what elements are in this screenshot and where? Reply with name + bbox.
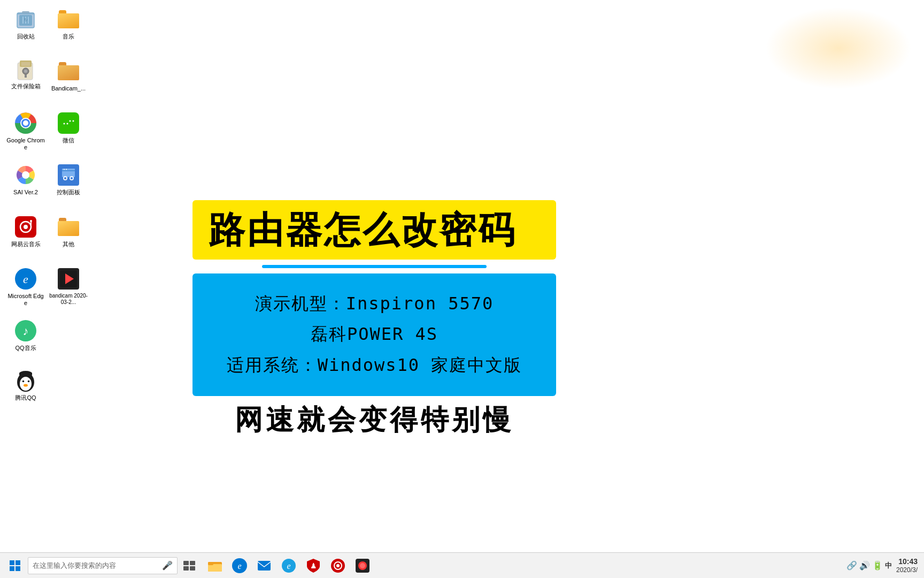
system-tray: 🔗 🔊 🔋 中 10:43 2020/3/	[846, 557, 922, 575]
edge-taskbar[interactable]: e	[228, 555, 251, 576]
netease-taskbar-icon	[330, 558, 345, 573]
svg-rect-55	[183, 561, 189, 565]
svg-rect-29	[62, 170, 75, 171]
svg-point-50	[22, 381, 25, 383]
search-label: 在这里输入你要搜索的内容	[33, 561, 159, 571]
mail-icon	[257, 560, 271, 572]
bandicam2-label: bandicam 2020-03-2...	[49, 293, 88, 306]
netease-taskbar[interactable]	[326, 555, 350, 576]
sai-icon	[14, 163, 37, 187]
svg-text:↻: ↻	[24, 18, 28, 22]
svg-rect-13	[25, 74, 27, 78]
desktop-icon-chrome[interactable]: Google Chrome	[4, 108, 47, 154]
ie-taskbar[interactable]: e	[277, 555, 301, 576]
svg-rect-58	[190, 566, 195, 571]
info-line1: 演示机型：Inspiron 5570	[209, 288, 540, 320]
desktop-icon-wechat[interactable]: 微信	[47, 108, 90, 147]
info-box: 演示机型：Inspiron 5570 磊科POWER 4S 适用系统：Windo…	[192, 273, 556, 396]
svg-point-69	[336, 564, 340, 567]
microphone-icon: 🎤	[162, 560, 173, 571]
file-explorer-icon	[208, 560, 222, 572]
desktop-icon-qq[interactable]: 腾讯QQ	[4, 368, 47, 405]
start-button[interactable]	[2, 553, 28, 579]
svg-rect-57	[183, 566, 189, 571]
date-display: 2020/3/	[896, 566, 918, 575]
control-panel-icon	[57, 163, 80, 187]
svg-point-23	[70, 120, 71, 122]
svg-text:e: e	[287, 561, 290, 571]
task-view-icon	[183, 561, 195, 571]
taskbar-search[interactable]: 在这里输入你要搜索的内容 🎤	[28, 557, 178, 574]
desktop-icon-other[interactable]: 其他	[47, 212, 90, 251]
desktop-icon-sai[interactable]: SAI Ver.2	[4, 160, 47, 199]
security-taskbar[interactable]: ♟	[302, 555, 325, 576]
svg-text:e: e	[23, 272, 28, 286]
desktop-icon-qqmusic[interactable]: ♪ QQ音乐	[4, 316, 47, 355]
info-text-area: 演示机型：Inspiron 5570 磊科POWER 4S 适用系统：Windo…	[209, 288, 540, 381]
svg-point-35	[71, 177, 73, 179]
tray-icons: 🔗 🔊 🔋 中	[846, 560, 892, 571]
netease-label: 网易云音乐	[11, 241, 41, 248]
bandicam2-icon	[57, 267, 80, 291]
desktop-icon-control-panel[interactable]: 控制面板	[47, 160, 90, 199]
bandicam-taskbar[interactable]	[351, 555, 374, 576]
svg-text:e: e	[237, 561, 241, 571]
battery-icon[interactable]: 🔋	[872, 560, 883, 571]
mail-taskbar[interactable]	[252, 555, 276, 576]
svg-rect-63	[258, 561, 271, 571]
svg-point-31	[66, 169, 67, 170]
wechat-label: 微信	[63, 137, 74, 144]
desktop-icon-edge[interactable]: e Microsoft Edge	[4, 264, 47, 310]
bottom-text: 网速就会变得特别慢	[192, 401, 556, 439]
taskbar: 在这里输入你要搜索的内容 🎤 e	[0, 552, 924, 578]
title-box: 路由器怎么改密码	[192, 200, 556, 260]
svg-point-18	[23, 120, 28, 126]
filesafe-label: 文件保险箱	[11, 83, 41, 90]
bandicam-label: Bandicam_...	[51, 85, 86, 92]
svg-point-38	[24, 225, 28, 229]
main-content-area: 路由器怎么改密码 演示机型：Inspiron 5570 磊科POWER 4S 适…	[192, 200, 556, 396]
music-label: 音乐	[63, 33, 74, 40]
windows-logo-icon	[10, 560, 20, 571]
svg-point-21	[64, 123, 65, 125]
desktop-icon-netease[interactable]: 网易云音乐	[4, 212, 47, 251]
volume-icon[interactable]: 🔊	[859, 560, 870, 571]
file-explorer-taskbar[interactable]	[203, 555, 227, 576]
svg-rect-56	[190, 561, 195, 565]
svg-point-24	[73, 120, 74, 122]
main-title: 路由器怎么改密码	[209, 210, 540, 250]
network-icon[interactable]: 🔗	[846, 560, 857, 571]
info-line3: 适用系统：Windows10 家庭中文版	[209, 350, 540, 381]
task-view-button[interactable]	[178, 555, 201, 576]
watermark	[753, 0, 924, 96]
record-icon	[355, 558, 370, 573]
wechat-icon	[57, 111, 80, 135]
svg-point-52	[24, 384, 28, 387]
time-display: 10:43	[896, 557, 918, 566]
netease-icon	[14, 215, 37, 239]
control-panel-label: 控制面板	[57, 189, 80, 196]
bottom-text-container: 网速就会变得特别慢	[192, 401, 556, 439]
svg-point-12	[24, 70, 27, 73]
other-folder-icon	[57, 215, 80, 239]
desktop: ↻ 回收站 音乐 文件保险箱	[0, 0, 924, 557]
svg-rect-60	[208, 564, 222, 572]
desktop-icon-recycle-bin[interactable]: ↻ 回收站	[4, 4, 47, 43]
desktop-icon-music[interactable]: 音乐	[47, 4, 90, 43]
svg-point-72	[360, 563, 365, 568]
qqmusic-label: QQ音乐	[15, 345, 36, 352]
desktop-icon-bandicam2[interactable]: bandicam 2020-03-2...	[47, 264, 90, 309]
ie-icon: e	[281, 558, 296, 573]
svg-point-26	[22, 171, 29, 179]
bandicam-folder-icon	[57, 59, 80, 83]
svg-point-20	[67, 117, 76, 125]
clock[interactable]: 10:43 2020/3/	[896, 557, 918, 575]
svg-rect-54	[19, 372, 32, 376]
input-method-indicator[interactable]: 中	[885, 561, 892, 571]
svg-text:♟: ♟	[310, 561, 317, 570]
svg-point-22	[67, 123, 68, 125]
desktop-icon-bandicam[interactable]: Bandicam_...	[47, 56, 90, 95]
qqmusic-icon: ♪	[14, 319, 37, 343]
desktop-icon-filesafe[interactable]: 文件保险箱	[4, 56, 47, 93]
recycle-bin-icon: ↻	[14, 7, 37, 31]
